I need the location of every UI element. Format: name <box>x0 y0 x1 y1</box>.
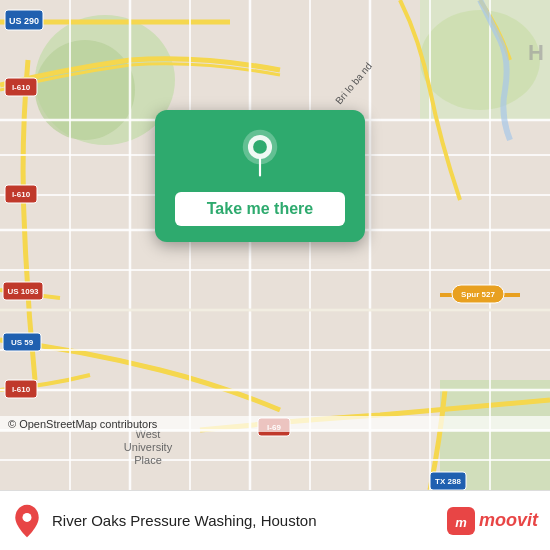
popup-card: Take me there <box>155 110 365 242</box>
svg-text:H: H <box>528 40 544 65</box>
map-container: Bri lo ba nd US 290 I-610 I-610 I-610 US… <box>0 0 550 490</box>
svg-text:US 290: US 290 <box>9 16 39 26</box>
svg-point-4 <box>420 10 540 110</box>
bottom-bar: River Oaks Pressure Washing, Houston m m… <box>0 490 550 550</box>
svg-point-52 <box>253 140 267 154</box>
take-me-there-button[interactable]: Take me there <box>175 192 345 226</box>
svg-text:Spur 527: Spur 527 <box>461 290 495 299</box>
svg-point-53 <box>23 512 32 521</box>
svg-point-2 <box>35 40 135 140</box>
svg-text:TX 288: TX 288 <box>435 477 461 486</box>
svg-text:US 59: US 59 <box>11 338 34 347</box>
svg-text:I-610: I-610 <box>12 190 31 199</box>
svg-text:I-610: I-610 <box>12 385 31 394</box>
bottom-location-pin-icon <box>12 503 42 539</box>
moovit-logo: m moovit <box>447 507 538 535</box>
moovit-icon: m <box>447 507 475 535</box>
moovit-text: moovit <box>479 510 538 531</box>
svg-text:US 1093: US 1093 <box>7 287 39 296</box>
attribution-text: © OpenStreetMap contributors <box>0 416 550 432</box>
svg-text:m: m <box>455 515 467 530</box>
svg-text:University: University <box>124 441 173 453</box>
location-name: River Oaks Pressure Washing, Houston <box>52 512 447 529</box>
location-pin-icon <box>235 128 285 178</box>
svg-text:Place: Place <box>134 454 162 466</box>
svg-text:I-610: I-610 <box>12 83 31 92</box>
